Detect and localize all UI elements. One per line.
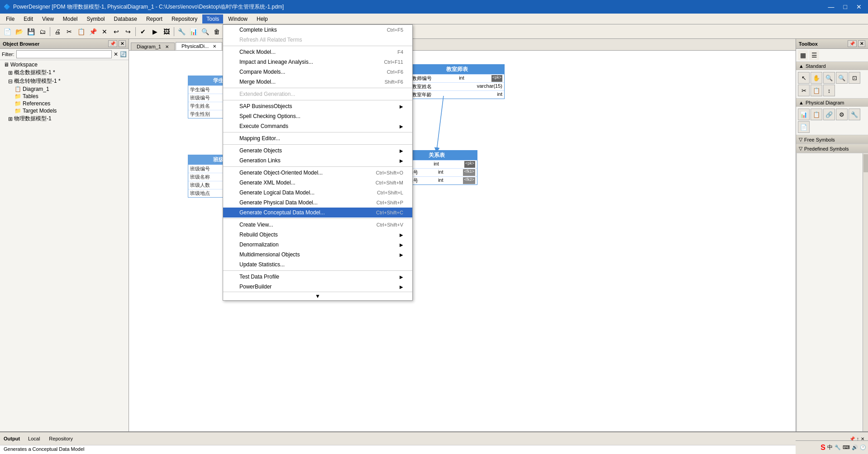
toolbar-extra2[interactable]: 📊 [188, 26, 199, 37]
toolbar-img[interactable]: 🖼 [161, 26, 172, 37]
filter-refresh[interactable]: 🔄 [120, 51, 127, 57]
panel-close[interactable]: ✕ [119, 40, 126, 47]
toolbox-standard-header[interactable]: ▲ Standard [796, 62, 868, 70]
menu-view[interactable]: View [38, 14, 58, 24]
toolbar-new[interactable]: 📄 [2, 26, 13, 37]
title-controls[interactable]: — □ ✕ [825, 2, 864, 11]
tree-item-target-models[interactable]: 📁 Target Models [1, 107, 128, 114]
tree-item-model2[interactable]: ⊟ 概念转物理模型-1 * [1, 77, 128, 85]
toolbar-run[interactable]: ▶ [149, 26, 160, 37]
menu-window[interactable]: Window [224, 14, 252, 24]
tree-item-tables[interactable]: 📁 Tables [1, 93, 128, 100]
toolbar-open[interactable]: 📂 [14, 26, 24, 37]
menu-sap-bo[interactable]: SAP BusinessObjects ▶ [223, 101, 412, 111]
menu-gen-physical[interactable]: Generate Physical Data Model... Ctrl+Shi… [223, 198, 412, 208]
tool-copy[interactable]: 📋 [811, 85, 822, 96]
menu-gen-xml[interactable]: Generate XML Model... Ctrl+Shift+M [223, 178, 412, 188]
toolbox-physical-header[interactable]: ▲ Physical Diagram [796, 99, 868, 107]
menu-tools[interactable]: Tools [202, 14, 223, 24]
tool-hand[interactable]: ✋ [811, 72, 822, 84]
tool-view[interactable]: 📋 [811, 109, 822, 120]
menu-multidim[interactable]: Multidimensional Objects ▶ [223, 250, 412, 260]
toolbar-save-all[interactable]: 🗂 [37, 26, 48, 37]
tree-item-workspace[interactable]: 🖥 Workspace [1, 61, 128, 68]
panel-controls[interactable]: 📌 ✕ [108, 40, 126, 47]
toolbar-extra3[interactable]: 🔍 [200, 26, 210, 37]
tab-physicaldiagram[interactable]: PhysicalDi... ✕ [176, 42, 223, 50]
menu-database[interactable]: Database [110, 14, 141, 24]
scrollbar-thumb[interactable] [863, 154, 868, 172]
menu-model[interactable]: Model [59, 14, 82, 24]
tool-zoom-out[interactable]: 🔍 [836, 72, 848, 84]
tool-select[interactable]: ↖ [798, 72, 810, 84]
toolbox-pin[interactable]: 📌 [848, 40, 857, 47]
close-btn[interactable]: ✕ [854, 2, 864, 11]
menu-file[interactable]: File [2, 14, 19, 24]
tool-link[interactable]: 🔗 [823, 109, 835, 120]
tab-physicaldiagram-close[interactable]: ✕ [213, 44, 216, 49]
tree-item-diagram1[interactable]: 📋 Diagram_1 [1, 85, 128, 93]
toolbar-cut[interactable]: ✂ [64, 26, 75, 37]
menu-update-stats[interactable]: Update Statistics... [223, 260, 412, 270]
tools-dropdown-menu[interactable]: Complete Links Ctrl+F5 Refresh All Relat… [223, 24, 413, 301]
toolbar-print[interactable]: 🖨 [52, 26, 63, 37]
toolbar-check[interactable]: ✔ [138, 26, 148, 37]
tool-zoom-in[interactable]: 🔍 [823, 72, 835, 84]
tool-ext[interactable]: 🔧 [849, 109, 860, 120]
toolbar-extra1[interactable]: 🔧 [176, 26, 187, 37]
toolbar-copy[interactable]: 📋 [76, 26, 86, 37]
menu-generation-links[interactable]: Generation Links ▶ [223, 156, 412, 166]
tool-paste[interactable]: ↕ [823, 85, 835, 96]
tool-proc[interactable]: ⚙ [836, 109, 848, 120]
menu-edit[interactable]: Edit [19, 14, 37, 24]
menu-refresh-terms[interactable]: Refresh All Related Terms [223, 35, 412, 45]
scrollbar-track[interactable] [863, 153, 868, 440]
tool-cut[interactable]: ✂ [798, 85, 810, 96]
menu-compare-models[interactable]: Compare Models... Ctrl+F6 [223, 67, 412, 77]
menu-complete-links[interactable]: Complete Links Ctrl+F5 [223, 25, 412, 35]
filter-clear[interactable]: ✕ [114, 51, 118, 57]
tree-item-references[interactable]: 📁 References [1, 100, 128, 107]
menu-extended-generation[interactable]: Extended Generation... [223, 89, 412, 99]
tab-diagram1-close[interactable]: ✕ [165, 44, 169, 49]
menu-scroll-down[interactable]: ▼ [223, 292, 412, 300]
menu-create-view[interactable]: Create View... Ctrl+Shift+V [223, 220, 412, 230]
toolbox-predefined-header[interactable]: ▽ Predefined Symbols [796, 144, 868, 153]
tree-item-model3[interactable]: ⊞ 物理数据模型-1 [1, 114, 128, 123]
tool-fit[interactable]: ⊡ [849, 72, 860, 84]
toolbox-free-header[interactable]: ▽ Free Symbols [796, 135, 868, 144]
menu-gen-logical[interactable]: Generate Logical Data Model... Ctrl+Shif… [223, 188, 412, 198]
menu-spell-check[interactable]: Spell Checking Options... [223, 111, 412, 121]
tool-doc[interactable]: 📄 [798, 121, 810, 133]
toolbox-list-view[interactable]: ☰ [809, 50, 819, 60]
toolbar-paste[interactable]: 📌 [87, 26, 98, 37]
menu-report[interactable]: Report [142, 14, 167, 24]
menu-test-data[interactable]: Test Data Profile ▶ [223, 272, 412, 282]
menu-symbol[interactable]: Symbol [83, 14, 109, 24]
filter-input[interactable] [16, 50, 112, 58]
tool-table[interactable]: 📊 [798, 109, 810, 120]
menu-mapping-editor[interactable]: Mapping Editor... [223, 133, 412, 143]
maximize-btn[interactable]: □ [841, 2, 850, 11]
menu-help[interactable]: Help [253, 14, 272, 24]
toolbox-grid-view[interactable]: ▦ [798, 50, 808, 60]
menu-repository[interactable]: Repository [167, 14, 201, 24]
menu-impact-analysis[interactable]: Impact and Lineage Analysis... Ctrl+F11 [223, 57, 412, 67]
menu-denormalization[interactable]: Denormalization ▶ [223, 240, 412, 250]
toolbox-close[interactable]: ✕ [858, 40, 865, 47]
menu-rebuild-objects[interactable]: Rebuild Objects ▶ [223, 230, 412, 240]
toolbar-delete[interactable]: ✕ [99, 26, 110, 37]
menu-gen-oo[interactable]: Generate Object-Oriented Model... Ctrl+S… [223, 168, 412, 178]
menu-powerbuilder[interactable]: PowerBuilder ▶ [223, 282, 412, 292]
toolbox-controls[interactable]: 📌 ✕ [848, 40, 865, 47]
db-table-classroom[interactable]: 教室师表 教师编号 int <pk> 教室姓名 varchar(15) 教室年龄… [410, 64, 505, 99]
minimize-btn[interactable]: — [825, 2, 837, 11]
local-tab[interactable]: Local [25, 436, 43, 441]
toolbar-save[interactable]: 💾 [25, 26, 36, 37]
tree-item-model1[interactable]: ⊞ 概念数据模型-1 * [1, 68, 128, 77]
menu-gen-conceptual[interactable]: Generate Conceptual Data Model... Ctrl+S… [223, 208, 412, 218]
panel-pin[interactable]: 📌 [108, 40, 117, 47]
tab-diagram1[interactable]: Diagram_1 ✕ [131, 43, 175, 50]
toolbar-redo[interactable]: ↪ [123, 26, 134, 37]
menu-check-model[interactable]: Check Model... F4 [223, 47, 412, 57]
